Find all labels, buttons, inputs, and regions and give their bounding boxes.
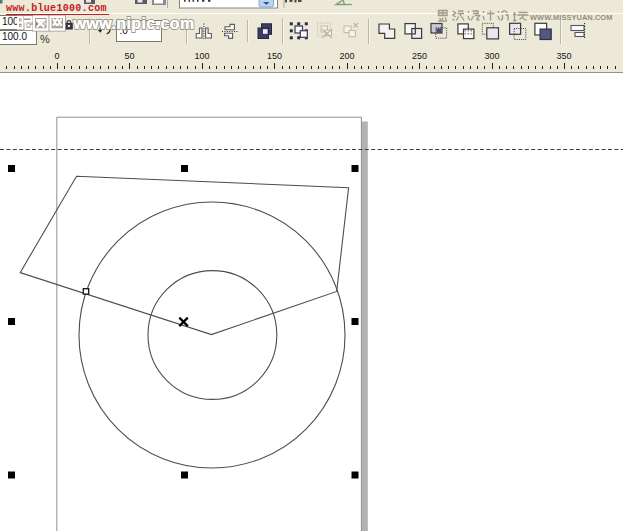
- svg-text:www.nipic.com: www.nipic.com: [73, 15, 195, 32]
- svg-text:WWW.MISSYUAN.COM: WWW.MISSYUAN.COM: [530, 13, 612, 22]
